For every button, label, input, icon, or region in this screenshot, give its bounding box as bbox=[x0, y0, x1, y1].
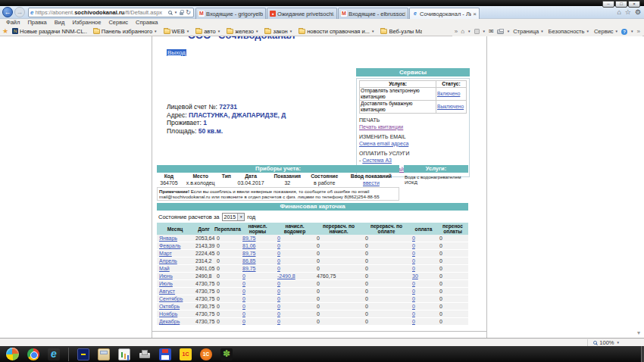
finance-value-link[interactable]: 0 bbox=[277, 236, 280, 241]
finance-value-link[interactable]: 0 bbox=[242, 273, 245, 279]
favorites-item[interactable]: закон▼ bbox=[261, 28, 295, 35]
search-caret-icon[interactable]: ▼ bbox=[174, 11, 177, 14]
game-icon[interactable] bbox=[77, 348, 89, 360]
logout-link[interactable]: Выход bbox=[167, 49, 186, 56]
favorites-icon[interactable]: ☆ bbox=[625, 8, 631, 16]
command-button-Сервис[interactable]: Сервис▼ bbox=[594, 28, 618, 35]
month-link[interactable]: Январь bbox=[159, 236, 177, 241]
home-icon[interactable]: ⌂ bbox=[617, 8, 621, 16]
finance-value-link[interactable]: 86,85 bbox=[242, 258, 256, 264]
chrome-icon[interactable] bbox=[27, 348, 39, 360]
maximize-button[interactable]: □ bbox=[615, 1, 627, 8]
month-link[interactable]: Май bbox=[159, 266, 170, 271]
tab-close-icon[interactable]: × bbox=[473, 11, 477, 17]
finance-value-link[interactable]: 0 bbox=[242, 311, 245, 317]
finance-value-link[interactable]: 0 bbox=[412, 304, 415, 309]
finance-value-link[interactable]: 0 bbox=[412, 289, 415, 294]
finance-value-link[interactable]: 89,75 bbox=[242, 251, 256, 256]
favorites-item[interactable]: авто▼ bbox=[192, 28, 224, 35]
minimize-button[interactable]: – bbox=[602, 1, 614, 8]
finance-value-link[interactable]: 89,75 bbox=[242, 236, 256, 241]
a3-system-link[interactable]: Система А3 bbox=[362, 158, 392, 164]
finance-value-link[interactable]: 0 bbox=[412, 258, 415, 264]
finance-value-link[interactable]: 0 bbox=[277, 243, 280, 248]
finance-value-link[interactable]: 0 bbox=[277, 296, 280, 301]
scroll-down-icon[interactable]: ▾ bbox=[637, 329, 640, 336]
print-icon[interactable] bbox=[497, 30, 504, 34]
favorites-item[interactable]: железо▼ bbox=[224, 28, 261, 35]
month-link[interactable]: Август bbox=[159, 289, 175, 294]
finance-value-link[interactable]: -2490,8 bbox=[277, 273, 295, 279]
finance-value-link[interactable]: 0 bbox=[242, 304, 245, 309]
search-icon[interactable] bbox=[168, 11, 172, 14]
service-status-link[interactable]: Включено bbox=[437, 91, 460, 96]
menu-item-Файл[interactable]: Файл bbox=[2, 19, 23, 27]
change-email-link[interactable]: Смена email адреса bbox=[359, 141, 408, 148]
help-icon[interactable]: ? bbox=[621, 29, 627, 35]
icq-icon[interactable]: ✽ bbox=[220, 348, 233, 360]
finance-value-link[interactable]: 0 bbox=[277, 304, 280, 309]
gear-icon[interactable]: ⚙ bbox=[635, 8, 641, 16]
month-link[interactable]: Март bbox=[159, 251, 172, 256]
zoom-control[interactable]: 100% ▼ bbox=[587, 339, 625, 346]
mail-icon[interactable]: ✉ bbox=[489, 28, 494, 36]
floppy-app-icon[interactable] bbox=[159, 348, 171, 360]
folder-app-icon[interactable] bbox=[98, 348, 110, 360]
service-status-link[interactable]: Выключено bbox=[437, 104, 464, 109]
finance-value-link[interactable]: 0 bbox=[412, 243, 415, 248]
favorites-item[interactable]: NНовые раздачи NNM-CL.. bbox=[9, 28, 90, 35]
home-caret-icon[interactable]: ▼ bbox=[467, 30, 470, 33]
month-link[interactable]: Февраль bbox=[159, 243, 180, 248]
command-button-Страница[interactable]: Страница▼ bbox=[513, 28, 543, 35]
menu-item-Справка[interactable]: Справка bbox=[132, 19, 161, 27]
finance-value-link[interactable]: 0 bbox=[412, 296, 415, 301]
finance-value-link[interactable]: 0 bbox=[412, 281, 415, 286]
month-link[interactable]: Июль bbox=[159, 281, 173, 286]
back-button[interactable]: ← bbox=[2, 7, 13, 17]
favorites-item[interactable]: новости справочная и...▼ bbox=[295, 28, 377, 35]
month-link[interactable]: Октябрь bbox=[159, 304, 180, 309]
finance-value-link[interactable]: 81,06 bbox=[242, 243, 256, 248]
browser-tab[interactable]: ●Ожидание privetsochi.ru bbox=[267, 8, 337, 19]
overflow-chevron-icon[interactable]: » bbox=[455, 28, 458, 35]
finance-value-link[interactable]: 89,75 bbox=[242, 266, 256, 271]
1c-red-icon[interactable]: 1С bbox=[200, 348, 212, 360]
enter-reading-link[interactable]: ввести bbox=[363, 180, 380, 186]
finance-value-link[interactable]: 0 bbox=[412, 319, 415, 324]
printer-app-icon[interactable] bbox=[139, 348, 151, 360]
finance-value-link[interactable]: 0 bbox=[277, 319, 280, 324]
command-button-Безопасность[interactable]: Безопасность▼ bbox=[549, 28, 589, 35]
start-button[interactable] bbox=[6, 348, 19, 360]
menu-item-Правка[interactable]: Правка bbox=[23, 19, 50, 27]
finance-value-link[interactable]: 0 bbox=[242, 281, 245, 286]
forward-button[interactable]: → bbox=[14, 7, 25, 17]
menu-item-Сервис[interactable]: Сервис bbox=[105, 19, 132, 27]
favorites-item[interactable]: Веб-узлы Майкрософт▼ bbox=[377, 28, 422, 35]
close-button[interactable]: × bbox=[628, 1, 640, 8]
chart-app-icon[interactable] bbox=[118, 348, 130, 360]
browser-tab[interactable]: MВходящие - elbrussochi5@gm... bbox=[338, 8, 408, 19]
print-receipt-link[interactable]: Печать квитанции bbox=[359, 124, 403, 131]
finance-value-link[interactable]: 0 bbox=[277, 281, 280, 286]
finance-value-link[interactable]: 0 bbox=[242, 289, 245, 294]
month-link[interactable]: Декабрь bbox=[159, 319, 180, 324]
help-caret-icon[interactable]: ▼ bbox=[630, 30, 633, 33]
finance-value-link[interactable]: 0 bbox=[412, 311, 415, 317]
refresh-icon[interactable]: ↻ bbox=[186, 10, 191, 16]
address-bar[interactable]: e https://abonent.sochivodokanal.ru/fl/D… bbox=[28, 8, 194, 17]
finance-value-link[interactable]: 0 bbox=[277, 266, 280, 271]
finance-value-link[interactable]: 0 bbox=[412, 236, 415, 241]
month-link[interactable]: Ноябрь bbox=[159, 311, 177, 317]
favorites-item[interactable]: WEB▼ bbox=[161, 28, 193, 35]
feeds-caret-icon[interactable]: ▼ bbox=[483, 30, 486, 33]
finance-value-link[interactable]: 0 bbox=[277, 311, 280, 317]
month-link[interactable]: Апрель bbox=[159, 258, 177, 264]
finance-value-link[interactable]: 0 bbox=[277, 258, 280, 264]
finance-value-link[interactable]: 0 bbox=[412, 251, 415, 256]
show-desktop-button[interactable] bbox=[641, 346, 644, 362]
home-command-icon[interactable]: ⌂ bbox=[461, 28, 464, 36]
finance-value-link[interactable]: 0 bbox=[277, 251, 280, 256]
browser-tab[interactable]: MВходящие - grigoryelbrus@g... bbox=[195, 8, 266, 19]
menu-item-Избранное[interactable]: Избранное bbox=[68, 19, 105, 27]
year-select[interactable]: 2015 ▼ bbox=[222, 213, 245, 221]
